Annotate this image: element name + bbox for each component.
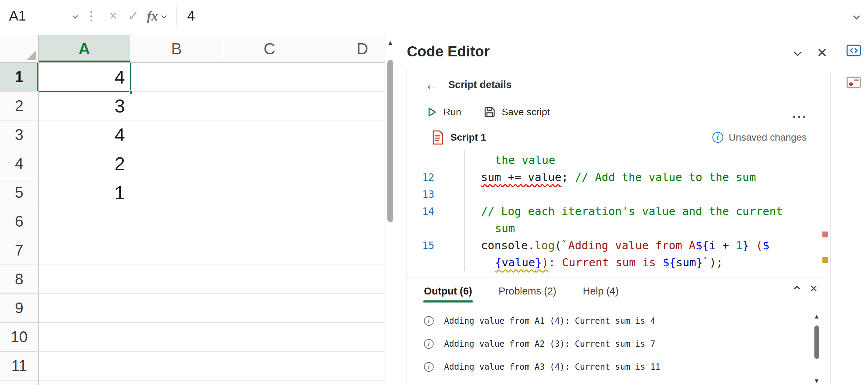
cell-B8[interactable]	[130, 265, 223, 294]
fill-handle[interactable]	[129, 90, 133, 95]
script-details-back-button[interactable]: ← Script details	[407, 70, 830, 99]
cell-A3[interactable]: 4	[39, 120, 130, 149]
cell-B2[interactable]	[130, 92, 223, 120]
column-header-A[interactable]: A	[39, 35, 130, 63]
select-all-corner[interactable]	[0, 35, 39, 63]
cell-C1[interactable]	[223, 63, 316, 92]
cell-C8[interactable]	[223, 265, 316, 294]
save-script-button[interactable]: Save script	[483, 106, 550, 118]
cell-A6[interactable]	[39, 207, 130, 236]
cell-A8[interactable]	[39, 265, 130, 294]
cell-D9[interactable]	[316, 294, 385, 323]
cell-B6[interactable]	[130, 207, 223, 236]
code-line[interactable]: {value}): Current sum is ${sum}`);	[407, 254, 830, 271]
cell-C6[interactable]	[223, 207, 316, 236]
line-number[interactable]: 13	[407, 188, 434, 200]
cell-B10[interactable]	[130, 323, 223, 352]
code-editor-area[interactable]: the value12sum += value; // Add the valu…	[407, 150, 830, 271]
cell-B7[interactable]	[130, 236, 223, 265]
row-header-11[interactable]: 11	[0, 352, 38, 380]
cell-B3[interactable]	[130, 120, 223, 149]
run-button[interactable]: Run	[426, 106, 461, 118]
cell-C5[interactable]	[223, 178, 316, 207]
scroll-up-arrow-icon[interactable]: ▲	[385, 39, 396, 47]
cell-C11[interactable]	[223, 352, 316, 380]
cell-A4[interactable]: 2	[39, 149, 130, 178]
cell-A10[interactable]	[39, 323, 130, 352]
row-header-10[interactable]: 10	[0, 323, 38, 352]
cell-D3[interactable]	[316, 120, 385, 149]
tab-help[interactable]: Help (4)	[582, 277, 620, 305]
name-box-splitter-icon[interactable]: ⋮	[85, 0, 97, 32]
info-icon[interactable]: i	[712, 132, 723, 143]
cell-D1[interactable]	[316, 63, 385, 92]
row-header-5[interactable]: 5	[0, 178, 38, 207]
formula-bar-expand-button[interactable]	[854, 0, 859, 32]
cell-C7[interactable]	[223, 236, 316, 265]
cell-D5[interactable]	[316, 178, 385, 207]
line-number[interactable]: 12	[407, 171, 434, 183]
row-header-6[interactable]: 6	[0, 207, 38, 236]
scroll-down-arrow-icon[interactable]: ▼	[811, 377, 822, 385]
cell-C2[interactable]	[223, 92, 316, 120]
grid-scrollbar-thumb[interactable]	[387, 60, 393, 222]
cell-D6[interactable]	[316, 207, 385, 236]
cancel-button[interactable]: ×	[103, 0, 123, 32]
cell-B5[interactable]	[130, 178, 223, 207]
column-header-B[interactable]: B	[130, 35, 223, 63]
cell-C4[interactable]	[223, 149, 316, 178]
code-line[interactable]: sum	[407, 220, 830, 237]
cell-A11[interactable]	[39, 352, 130, 380]
cell-D8[interactable]	[316, 265, 385, 294]
more-options-button[interactable]: …	[791, 99, 808, 125]
active-cell-selection[interactable]	[39, 63, 131, 92]
cell-D2[interactable]	[316, 92, 385, 120]
column-header-D[interactable]: D	[316, 35, 385, 63]
column-header-C[interactable]: C	[223, 35, 316, 63]
row-header-3[interactable]: 3	[0, 120, 38, 149]
name-box[interactable]: A1	[0, 0, 77, 32]
cell-B1[interactable]	[130, 63, 223, 92]
cell-C3[interactable]	[223, 120, 316, 149]
row-header-2[interactable]: 2	[0, 92, 38, 120]
code-line[interactable]: 14// Log each iteration's value and the …	[407, 203, 830, 220]
cells-area[interactable]: 43421	[39, 63, 385, 385]
code-editor-rail-button[interactable]	[843, 39, 865, 62]
tab-output[interactable]: Output (6)	[423, 277, 473, 305]
cell-B4[interactable]	[130, 149, 223, 178]
grid-vertical-scrollbar[interactable]: ▲	[385, 35, 396, 385]
script-name[interactable]: Script 1	[450, 132, 486, 143]
panel-collapse-button[interactable]	[789, 43, 807, 61]
cell-B9[interactable]	[130, 294, 223, 323]
cell-D10[interactable]	[316, 323, 385, 352]
cell-A2[interactable]: 3	[39, 92, 130, 120]
insert-function-button[interactable]: fx	[143, 0, 169, 32]
output-close-button[interactable]: ×	[806, 281, 821, 296]
code-line[interactable]: 15console.log(`Adding value from A${i + …	[407, 237, 830, 254]
code-line[interactable]: 12sum += value; // Add the value to the …	[407, 168, 830, 186]
cell-A7[interactable]	[39, 236, 130, 265]
row-header-8[interactable]: 8	[0, 265, 38, 294]
automate-rail-button[interactable]	[843, 71, 865, 94]
name-box-chevron-icon[interactable]	[73, 13, 78, 19]
cell-A5[interactable]: 1	[39, 178, 130, 207]
row-header-1[interactable]: 1	[0, 63, 38, 92]
code-line[interactable]: 13	[407, 186, 830, 203]
enter-button[interactable]: ✓	[123, 0, 143, 32]
output-scrollbar-thumb[interactable]	[814, 325, 819, 359]
row-header-7[interactable]: 7	[0, 236, 38, 265]
cell-B11[interactable]	[130, 352, 223, 380]
scroll-up-arrow-icon[interactable]: ▲	[811, 313, 822, 320]
cell-D11[interactable]	[316, 352, 385, 380]
row-header-9[interactable]: 9	[0, 294, 38, 323]
row-header-4[interactable]: 4	[0, 149, 38, 178]
output-collapse-button[interactable]	[789, 281, 805, 296]
tab-problems[interactable]: Problems (2)	[498, 277, 557, 305]
cell-C10[interactable]	[223, 323, 316, 352]
cell-D4[interactable]	[316, 149, 385, 178]
formula-input[interactable]: 4	[187, 8, 195, 24]
line-number[interactable]: 15	[407, 239, 434, 251]
cell-C9[interactable]	[223, 294, 316, 323]
cell-D7[interactable]	[316, 236, 385, 265]
output-scrollbar[interactable]: ▲ ▼	[811, 313, 822, 385]
